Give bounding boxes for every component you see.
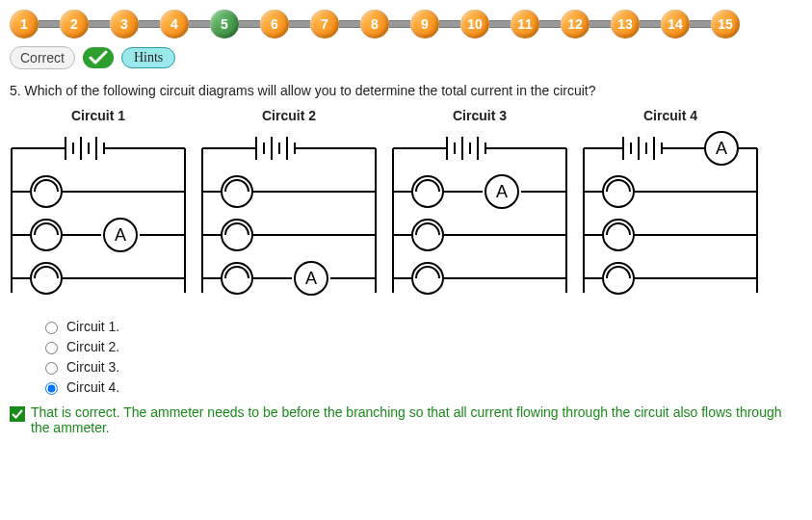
nav-bubble-3[interactable]: 3 [110,10,139,39]
circuit-3-diagram: A [391,129,568,302]
circuit-2-diagram: A [200,129,378,302]
feedback: That is correct. The ammeter needs to be… [10,404,802,435]
option-3-radio[interactable] [45,362,58,375]
nav-bubble-10[interactable]: 10 [460,10,489,39]
question-nav: 1 2 3 4 5 6 7 8 9 10 11 12 13 14 15 [10,10,802,39]
option-1-radio[interactable] [45,322,58,334]
nav-bubble-11[interactable]: 11 [511,10,539,39]
nav-bubble-9[interactable]: 9 [410,10,439,39]
circuit-3: Circuit 3 A [391,108,568,305]
nav-bubble-7[interactable]: 7 [310,10,339,39]
option-3[interactable]: Circuit 3. [40,359,802,375]
feedback-text: That is correct. The ammeter needs to be… [31,404,802,435]
ammeter-label: A [496,182,508,201]
ammeter-label: A [716,139,727,158]
option-2-radio[interactable] [45,342,58,354]
option-1[interactable]: Circuit 1. [40,319,802,334]
circuit-1-title: Circuit 1 [10,108,187,123]
option-3-label: Circuit 3. [66,359,119,375]
status-pills: Correct Hints [10,46,802,69]
correct-pill: Correct [10,46,75,69]
question-text: 5. Which of the following circuit diagra… [10,83,802,98]
circuit-1: Circuit 1 [10,108,187,305]
nav-bubble-12[interactable]: 12 [561,10,589,39]
option-2-label: Circuit 2. [66,339,119,354]
check-icon [83,47,114,68]
circuit-2-title: Circuit 2 [200,108,378,123]
option-4[interactable]: Circuit 4. [40,379,802,395]
question-number: 5. [10,83,21,98]
option-4-label: Circuit 4. [66,379,119,395]
nav-bubble-14[interactable]: 14 [661,10,690,39]
option-2[interactable]: Circuit 2. [40,339,802,354]
circuit-4: Circuit 4 [582,108,759,305]
circuit-2: Circuit 2 A [200,108,378,305]
nav-bubble-2[interactable]: 2 [60,10,89,39]
nav-bubble-6[interactable]: 6 [260,10,289,39]
nav-bubble-13[interactable]: 13 [611,10,640,39]
nav-bubble-4[interactable]: 4 [160,10,189,39]
circuit-1-diagram: A [10,129,187,302]
nav-bubble-5[interactable]: 5 [210,10,239,39]
option-4-radio[interactable] [45,382,58,395]
nav-bubble-1[interactable]: 1 [10,10,39,39]
nav-bubble-8[interactable]: 8 [360,10,389,39]
answer-options: Circuit 1. Circuit 2. Circuit 3. Circuit… [40,319,802,395]
ammeter-label: A [115,225,126,245]
question-body: Which of the following circuit diagrams … [25,83,596,98]
ammeter-label: A [305,269,317,288]
circuit-4-diagram: A [582,129,759,302]
check-icon [10,406,25,422]
nav-bubble-15[interactable]: 15 [711,10,740,39]
circuit-4-title: Circuit 4 [582,108,759,123]
option-1-label: Circuit 1. [66,319,119,334]
circuit-row: Circuit 1 [10,108,802,305]
circuit-3-title: Circuit 3 [391,108,568,123]
hints-button[interactable]: Hints [121,47,175,68]
